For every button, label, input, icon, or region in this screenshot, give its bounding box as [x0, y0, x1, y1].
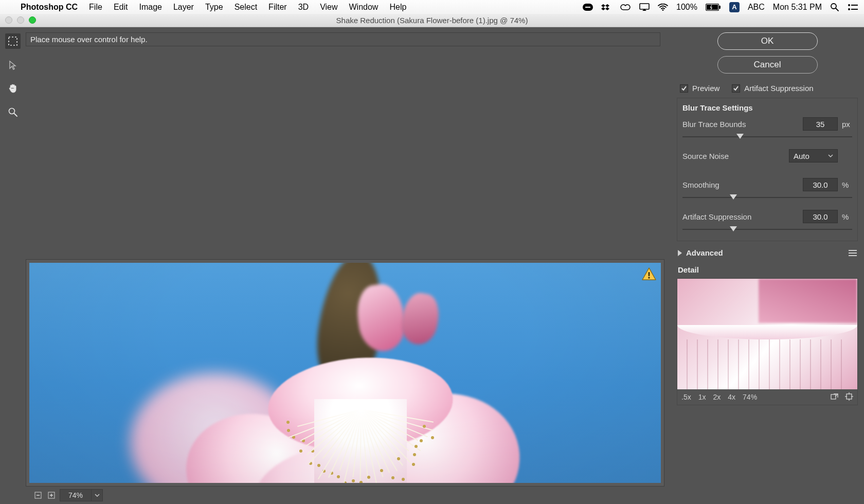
do-not-disturb-icon[interactable] [583, 4, 593, 11]
blur-estimation-tool[interactable] [5, 33, 21, 49]
undock-detail-icon[interactable] [831, 392, 839, 402]
battery-icon[interactable] [706, 4, 721, 11]
spotlight-icon[interactable] [830, 3, 839, 12]
blur-trace-bounds-unit: px [842, 120, 852, 129]
disclosure-triangle-icon [678, 250, 682, 256]
chevron-down-icon [91, 490, 102, 501]
panel-menu-icon[interactable] [849, 250, 857, 256]
advanced-label: Advanced [686, 248, 723, 257]
smoothing-unit: % [842, 181, 852, 189]
source-noise-label: Source Noise [682, 152, 729, 160]
menu-window[interactable]: Window [349, 3, 379, 12]
svg-rect-24 [847, 394, 852, 399]
detail-zoom-4x[interactable]: 4x [728, 393, 735, 401]
svg-rect-12 [851, 9, 858, 10]
artifact-suppression-checkbox[interactable]: Artifact Suppression [732, 84, 813, 93]
smoothing-slider[interactable] [682, 193, 852, 202]
detail-title: Detail [678, 265, 858, 274]
window-title: Shake Reduction (Sakura Flower-before (1… [336, 16, 528, 25]
source-noise-value: Auto [794, 152, 809, 160]
hand-tool[interactable] [5, 81, 21, 96]
window-zoom-button[interactable] [29, 16, 36, 24]
svg-line-15 [14, 114, 17, 117]
artifact-suppression-unit: % [842, 212, 852, 221]
app-name[interactable]: Photoshop CC [21, 3, 78, 12]
svg-rect-2 [640, 4, 649, 9]
menu-file[interactable]: File [89, 3, 102, 12]
shake-reduction-dialog: Place mouse over control for help. [0, 27, 864, 504]
settings-panel: OK Cancel Preview Artifact Suppression B… [669, 27, 864, 504]
control-center-icon[interactable] [848, 4, 858, 11]
svg-point-3 [662, 9, 664, 11]
zoom-in-button[interactable] [46, 490, 57, 500]
detail-zoom-current: 74% [743, 393, 757, 401]
direct-selection-tool[interactable] [5, 57, 21, 73]
preview-canvas[interactable] [26, 259, 664, 487]
blur-trace-bounds-label: Blur Trace Bounds [682, 120, 746, 129]
svg-line-8 [836, 8, 838, 11]
menu-help[interactable]: Help [389, 3, 406, 12]
menu-filter[interactable]: Filter [268, 3, 287, 12]
svg-rect-10 [851, 5, 858, 6]
source-noise-select[interactable]: Auto [789, 149, 838, 163]
svg-rect-5 [707, 5, 718, 10]
svg-rect-1 [585, 7, 590, 8]
window-traffic-lights [5, 16, 36, 24]
cancel-button[interactable]: Cancel [717, 56, 818, 74]
zoom-level-select[interactable]: 74% [60, 489, 103, 501]
window-titlebar[interactable]: Shake Reduction (Sakura Flower-before (1… [0, 14, 864, 27]
svg-rect-23 [831, 394, 836, 399]
window-close-button[interactable] [5, 16, 12, 24]
svg-point-14 [9, 109, 15, 114]
advanced-section-toggle[interactable]: Advanced [677, 245, 858, 260]
zoom-out-button[interactable] [33, 490, 43, 500]
loupe-target-icon[interactable] [845, 392, 853, 402]
warning-icon[interactable] [641, 267, 657, 283]
blur-trace-bounds-slider[interactable] [682, 133, 852, 141]
artifact-suppression-input[interactable]: 30.0 [803, 210, 838, 223]
dropbox-icon[interactable] [601, 3, 611, 11]
window-minimize-button[interactable] [17, 16, 24, 24]
zoom-tool[interactable] [5, 104, 21, 120]
macos-menubar: Photoshop CC File Edit Image Layer Type … [0, 0, 864, 14]
battery-text: 100% [676, 3, 697, 12]
detail-zoom-1x[interactable]: 1x [698, 393, 706, 401]
zoom-value: 74% [60, 491, 91, 499]
smoothing-label: Smoothing [682, 181, 719, 189]
wifi-icon[interactable] [658, 4, 668, 11]
menu-view[interactable]: View [320, 3, 337, 12]
artifact-suppression-label: Artifact Suppression [682, 212, 751, 221]
svg-point-9 [848, 4, 850, 6]
zoom-bar: 74% [26, 487, 664, 504]
menubar-clock[interactable]: Mon 5:31 PM [773, 3, 822, 12]
menu-type[interactable]: Type [205, 3, 223, 12]
svg-rect-16 [649, 272, 650, 276]
detail-panel: .5x 1x 2x 4x 74% [677, 278, 858, 405]
preview-checkbox-label: Preview [692, 84, 719, 93]
blur-trace-panel: Blur Trace Settings Blur Trace Bounds 35… [677, 98, 858, 241]
svg-point-11 [848, 8, 850, 10]
detail-zoom-steps: .5x 1x 2x 4x 74% [681, 393, 757, 401]
detail-zoom-2x[interactable]: 2x [713, 393, 721, 401]
ok-button[interactable]: OK [717, 32, 818, 50]
input-source-label: ABC [748, 3, 765, 12]
detail-zoom-half[interactable]: .5x [681, 393, 691, 401]
detail-preview[interactable] [677, 279, 857, 389]
input-source-badge[interactable]: A [729, 2, 740, 12]
artifact-suppression-checkbox-label: Artifact Suppression [744, 84, 813, 93]
svg-point-17 [648, 277, 650, 278]
menu-image[interactable]: Image [139, 3, 161, 12]
menu-layer[interactable]: Layer [173, 3, 194, 12]
artifact-suppression-slider[interactable] [682, 225, 852, 233]
dialog-toolbar [0, 27, 26, 504]
creative-cloud-icon[interactable] [620, 4, 631, 11]
blur-trace-title: Blur Trace Settings [682, 103, 852, 112]
smoothing-input[interactable]: 30.0 [803, 178, 838, 191]
svg-rect-6 [719, 6, 721, 9]
menu-3d[interactable]: 3D [298, 3, 309, 12]
menu-edit[interactable]: Edit [114, 3, 128, 12]
preview-checkbox[interactable]: Preview [680, 84, 719, 93]
menu-select[interactable]: Select [235, 3, 257, 12]
airplay-icon[interactable] [639, 3, 650, 11]
blur-trace-bounds-input[interactable]: 35 [803, 117, 838, 131]
